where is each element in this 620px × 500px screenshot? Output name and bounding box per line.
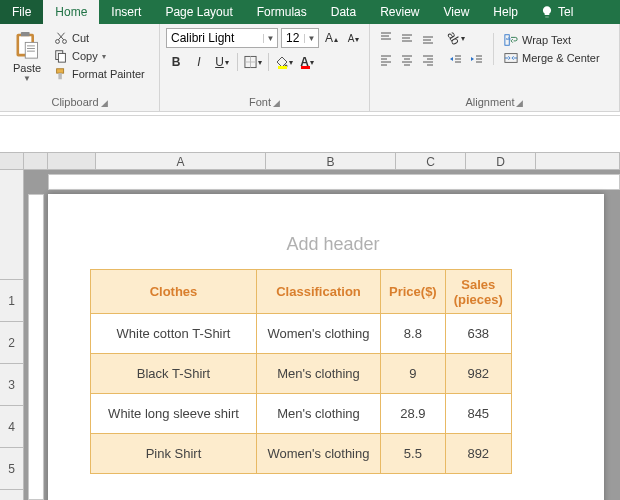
row-header-1[interactable]: 1 <box>0 280 23 322</box>
table-row: Black T-Shirt Men's clothing 9 982 <box>91 354 512 394</box>
tab-page-layout[interactable]: Page Layout <box>153 0 244 24</box>
bold-button[interactable]: B <box>166 52 186 72</box>
italic-icon: I <box>197 55 200 69</box>
col-header-d[interactable]: D <box>466 153 536 169</box>
align-right-button[interactable] <box>418 50 438 70</box>
group-alignment: ab▾ ab Wrap Text <box>370 24 620 111</box>
chevron-down-icon[interactable]: ▼ <box>304 34 318 43</box>
svg-rect-12 <box>58 53 65 62</box>
tab-help[interactable]: Help <box>481 0 530 24</box>
alignment-dialog-launcher-icon[interactable]: ◢ <box>516 98 523 108</box>
header-sales[interactable]: Sales (pieces) <box>445 270 511 314</box>
align-center-button[interactable] <box>397 50 417 70</box>
wrap-text-button[interactable]: ab Wrap Text <box>500 32 604 48</box>
cell[interactable]: 892 <box>445 434 511 474</box>
tab-file[interactable]: File <box>0 0 43 24</box>
row-header-2[interactable]: 2 <box>0 322 23 364</box>
cell[interactable]: 5.5 <box>381 434 446 474</box>
cell[interactable]: Men's clothing <box>257 394 381 434</box>
merge-center-button[interactable]: Merge & Center <box>500 50 604 66</box>
cell[interactable]: 845 <box>445 394 511 434</box>
col-header-a[interactable]: A <box>96 153 266 169</box>
cell[interactable]: Women's clothing <box>257 314 381 354</box>
cell[interactable]: 8.8 <box>381 314 446 354</box>
cell[interactable]: White cotton T-Shirt <box>91 314 257 354</box>
underline-button[interactable]: U▾ <box>212 52 232 72</box>
font-name-input[interactable] <box>167 29 263 47</box>
align-middle-icon <box>400 31 414 45</box>
align-middle-button[interactable] <box>397 28 417 48</box>
clipboard-dialog-launcher-icon[interactable]: ◢ <box>101 98 108 108</box>
decrease-indent-button[interactable] <box>446 50 466 70</box>
copy-button[interactable]: Copy ▾ <box>50 48 149 64</box>
svg-point-8 <box>63 40 67 44</box>
increase-indent-button[interactable] <box>467 50 487 70</box>
cell[interactable]: Women's clothing <box>257 434 381 474</box>
chevron-down-icon[interactable]: ▼ <box>263 34 277 43</box>
clipboard-group-label: Clipboard <box>51 96 98 108</box>
svg-point-7 <box>56 40 60 44</box>
format-painter-button[interactable]: Format Painter <box>50 66 149 82</box>
align-top-button[interactable] <box>376 28 396 48</box>
cell[interactable]: Black T-Shirt <box>91 354 257 394</box>
merge-center-label: Merge & Center <box>522 52 600 64</box>
cell[interactable]: White long sleeve shirt <box>91 394 257 434</box>
add-header-placeholder[interactable]: Add header <box>90 234 576 255</box>
merge-center-icon <box>504 51 518 65</box>
svg-rect-13 <box>57 69 64 73</box>
table-row: White cotton T-Shirt Women's clothing 8.… <box>91 314 512 354</box>
cell[interactable]: Men's clothing <box>257 354 381 394</box>
font-size-input[interactable] <box>282 29 304 47</box>
copy-label: Copy <box>72 50 98 62</box>
ribbon-tabs: File Home Insert Page Layout Formulas Da… <box>0 0 620 24</box>
italic-button[interactable]: I <box>189 52 209 72</box>
tab-view[interactable]: View <box>432 0 482 24</box>
row-header-5[interactable]: 5 <box>0 448 23 490</box>
borders-button[interactable]: ▾ <box>243 52 263 72</box>
tab-insert[interactable]: Insert <box>99 0 153 24</box>
paste-dropdown-icon[interactable]: ▼ <box>23 74 31 83</box>
cell[interactable]: Pink Shirt <box>91 434 257 474</box>
sheet-area: A B C D 1 2 3 4 5 Add header Clothes Cla… <box>0 116 620 500</box>
cell[interactable]: 9 <box>381 354 446 394</box>
tab-data[interactable]: Data <box>319 0 368 24</box>
decrease-font-button[interactable]: A▾ <box>344 28 363 48</box>
cell[interactable]: 982 <box>445 354 511 394</box>
col-header-c[interactable]: C <box>396 153 466 169</box>
align-bottom-button[interactable] <box>418 28 438 48</box>
orientation-icon: ab <box>444 29 463 48</box>
paste-label: Paste <box>13 62 41 74</box>
font-name-combo[interactable]: ▼ <box>166 28 278 48</box>
font-color-button[interactable]: A ▾ <box>297 52 317 72</box>
font-dialog-launcher-icon[interactable]: ◢ <box>273 98 280 108</box>
bold-icon: B <box>172 55 181 69</box>
font-size-combo[interactable]: ▼ <box>281 28 319 48</box>
header-classification[interactable]: Classification <box>257 270 381 314</box>
underline-icon: U <box>215 55 224 69</box>
cell[interactable]: 638 <box>445 314 511 354</box>
select-all-button[interactable] <box>0 153 24 169</box>
svg-rect-2 <box>21 32 30 36</box>
orientation-button[interactable]: ab▾ <box>446 28 466 48</box>
row-header-3[interactable]: 3 <box>0 364 23 406</box>
ribbon: Paste ▼ Cut Copy ▾ Format Painter C <box>0 24 620 112</box>
tab-formulas[interactable]: Formulas <box>245 0 319 24</box>
header-clothes[interactable]: Clothes <box>91 270 257 314</box>
cut-icon <box>54 31 68 45</box>
align-left-icon <box>379 53 393 67</box>
row-header-4[interactable]: 4 <box>0 406 23 448</box>
horizontal-ruler <box>48 174 620 190</box>
tell-me[interactable]: Tel <box>530 0 573 24</box>
cell[interactable]: 28.9 <box>381 394 446 434</box>
paste-button[interactable]: Paste ▼ <box>6 28 48 90</box>
align-left-button[interactable] <box>376 50 396 70</box>
tab-review[interactable]: Review <box>368 0 431 24</box>
col-header-b[interactable]: B <box>266 153 396 169</box>
cut-button[interactable]: Cut <box>50 30 149 46</box>
alignment-group-label: Alignment <box>466 96 515 108</box>
tab-home[interactable]: Home <box>43 0 99 24</box>
fill-color-button[interactable]: ▾ <box>274 52 294 72</box>
row-headers: 1 2 3 4 5 <box>0 170 24 500</box>
header-price[interactable]: Price($) <box>381 270 446 314</box>
increase-font-button[interactable]: A▴ <box>322 28 341 48</box>
